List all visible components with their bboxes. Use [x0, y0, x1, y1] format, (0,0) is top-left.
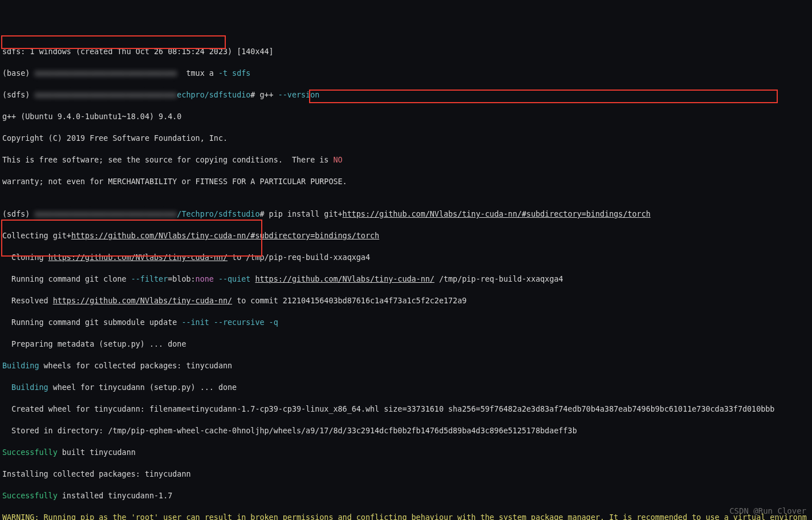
line-preparing: Preparing metadata (setup.py) ... done: [2, 339, 810, 350]
terminal-output[interactable]: sdfs: 1 windows (created Thu Oct 26 08:1…: [0, 0, 812, 520]
line-pip-install: (sdfs) xxxxxxxxxxxxxxxxxxxxxxxxxxxxxxx/T…: [2, 209, 810, 220]
line-copyright: Copyright (C) 2019 Free Software Foundat…: [2, 133, 810, 144]
line-successfully-installed: Successfully installed tinycudann-1.7: [2, 490, 810, 501]
watermark: CSDN @Run_Clover: [729, 506, 806, 517]
line-resolved: Resolved https://github.com/NVlabs/tiny-…: [2, 295, 810, 306]
redacted-user-host: xxxxxxxxxxxxxxxxxxxxxxxxxxxxxxx: [34, 91, 177, 99]
line-submodule: Running command git submodule update --i…: [2, 317, 810, 328]
redacted-user-host: xxxxxxxxxxxxxxxxxxxxxxxxxxxxxxx: [34, 69, 181, 78]
line-warranty: warranty; not even for MERCHANTABILITY o…: [2, 176, 810, 187]
line-successfully-built: Successfully built tinycudann: [2, 447, 810, 458]
line-building-wheel: Building wheel for tinycudann (setup.py)…: [2, 382, 810, 393]
line-building-wheels: Building wheels for collected packages: …: [2, 360, 810, 371]
line-gpp-version: g++ (Ubuntu 9.4.0-1ubuntu1~18.04) 9.4.0: [2, 111, 810, 122]
line-installing: Installing collected packages: tinycudan…: [2, 469, 810, 480]
line-warning: WARNING: Running pip as the 'root' user …: [2, 512, 810, 520]
line-collecting: Collecting git+https://github.com/NVlabs…: [2, 230, 810, 241]
line-cloning: Cloning https://github.com/NVlabs/tiny-c…: [2, 252, 810, 263]
line-git-clone: Running command git clone --filter=blob:…: [2, 274, 810, 285]
line-tmux-status: sdfs: 1 windows (created Thu Oct 26 08:1…: [2, 46, 810, 57]
line-prompt-sdfs1: (sdfs) xxxxxxxxxxxxxxxxxxxxxxxxxxxxxxxec…: [2, 90, 810, 100]
redacted-user-host: xxxxxxxxxxxxxxxxxxxxxxxxxxxxxxx: [34, 210, 177, 218]
line-stored: Stored in directory: /tmp/pip-ephem-whee…: [2, 425, 810, 436]
line-prompt-base: (base) xxxxxxxxxxxxxxxxxxxxxxxxxxxxxxx t…: [2, 68, 810, 79]
line-created-wheel: Created wheel for tinycudann: filename=t…: [2, 404, 810, 415]
line-free-software: This is free software; see the source fo…: [2, 155, 810, 165]
